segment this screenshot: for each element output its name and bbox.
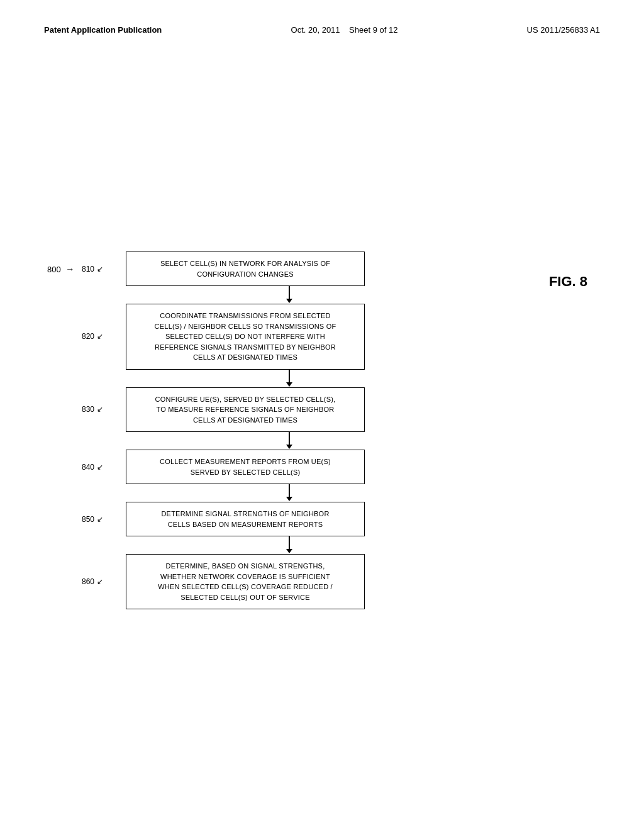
step-label-820: 820 ↙ xyxy=(82,332,103,341)
sheet-label: Sheet 9 of 12 xyxy=(349,25,397,35)
flow-box-830: CONFIGURE UE(S), SERVED BY SELECTED CELL… xyxy=(126,387,365,433)
publication-label: Patent Application Publication xyxy=(44,25,162,35)
flowchart-diagram: 810 ↙SELECT CELL(S) IN NETWORK FOR ANALY… xyxy=(126,252,453,609)
step-label-840: 840 ↙ xyxy=(82,463,103,472)
arrow-down-0 xyxy=(286,286,292,304)
arrow-indicator: → xyxy=(65,264,74,274)
step-label-850: 850 ↙ xyxy=(82,515,103,524)
step-label-830: 830 ↙ xyxy=(82,405,103,414)
date-sheet-label: Oct. 20, 2011 Sheet 9 of 12 xyxy=(291,25,398,35)
arrow-head xyxy=(286,445,292,449)
flow-step-820: 820 ↙COORDINATE TRANSMISSIONS FROM SELEC… xyxy=(126,304,453,370)
flow-step-810: 810 ↙SELECT CELL(S) IN NETWORK FOR ANALY… xyxy=(126,252,453,286)
arrow-down-3 xyxy=(286,484,292,502)
arrow-line xyxy=(289,484,290,497)
diagram-id-label: 800 → xyxy=(47,264,74,274)
diagram-id-text: 800 xyxy=(47,265,61,274)
arrow-down-2 xyxy=(286,432,292,450)
step-label-810: 810 ↙ xyxy=(82,265,103,274)
flow-box-840: COLLECT MEASUREMENT REPORTS FROM UE(S)SE… xyxy=(126,450,365,484)
arrow-down-1 xyxy=(286,370,292,387)
page-header: Patent Application Publication Oct. 20, … xyxy=(0,0,644,35)
arrow-line xyxy=(289,536,290,549)
flow-step-830: 830 ↙CONFIGURE UE(S), SERVED BY SELECTED… xyxy=(126,387,453,433)
flow-step-850: 850 ↙DETERMINE SIGNAL STRENGTHS OF NEIGH… xyxy=(126,502,453,536)
arrow-line xyxy=(289,432,290,445)
arrow-head xyxy=(286,497,292,501)
patent-page: Patent Application Publication Oct. 20, … xyxy=(0,0,644,830)
arrow-down-4 xyxy=(286,536,292,554)
arrow-head xyxy=(286,299,292,303)
patent-number-label: US 2011/256833 A1 xyxy=(527,25,600,35)
flow-box-810: SELECT CELL(S) IN NETWORK FOR ANALYSIS O… xyxy=(126,252,365,286)
arrow-head xyxy=(286,382,292,387)
flow-box-860: DETERMINE, BASED ON SIGNAL STRENGTHS,WHE… xyxy=(126,554,365,609)
flow-box-850: DETERMINE SIGNAL STRENGTHS OF NEIGHBORCE… xyxy=(126,502,365,536)
flow-box-820: COORDINATE TRANSMISSIONS FROM SELECTEDCE… xyxy=(126,304,365,370)
arrow-head xyxy=(286,549,292,553)
flow-step-840: 840 ↙COLLECT MEASUREMENT REPORTS FROM UE… xyxy=(126,450,453,484)
figure-label: FIG. 8 xyxy=(549,274,587,290)
flow-step-860: 860 ↙DETERMINE, BASED ON SIGNAL STRENGTH… xyxy=(126,554,453,609)
arrow-line xyxy=(289,370,290,382)
date-label: Oct. 20, 2011 xyxy=(291,25,340,35)
arrow-line xyxy=(289,286,290,299)
step-label-860: 860 ↙ xyxy=(82,577,103,586)
